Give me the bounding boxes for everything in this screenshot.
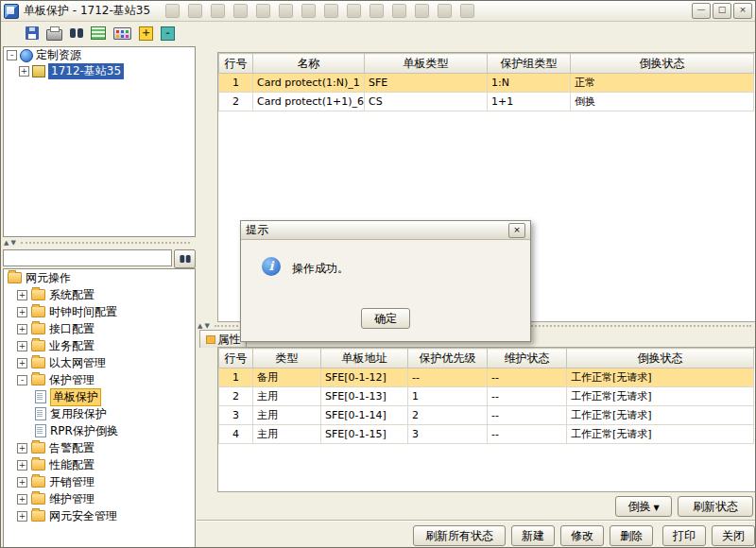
- expand-all-icon[interactable]: +: [139, 26, 153, 41]
- tree-item-rpr-protection[interactable]: RPR保护倒换: [4, 422, 195, 439]
- column-header[interactable]: 保护优先级: [408, 349, 488, 368]
- table-row[interactable]: 1 备用 SFE[0-1-12] -- -- 工作正常[无请求]: [219, 368, 754, 387]
- cell[interactable]: CS: [365, 93, 488, 111]
- search-input[interactable]: [3, 249, 172, 266]
- dialog-title-bar[interactable]: 提示 ×: [241, 221, 530, 240]
- column-header[interactable]: 行号: [219, 349, 253, 368]
- column-header[interactable]: 名称: [253, 54, 365, 74]
- cell[interactable]: 3: [408, 425, 488, 444]
- expand-expander-icon[interactable]: +: [17, 494, 27, 505]
- expand-expander-icon[interactable]: +: [17, 511, 27, 522]
- cell[interactable]: 4: [219, 425, 253, 444]
- column-header[interactable]: 单板类型: [365, 54, 488, 74]
- save-icon[interactable]: [26, 26, 39, 40]
- tree-item-protection-mgmt[interactable]: - 保护管理: [4, 371, 195, 388]
- splitter-down-icon[interactable]: ▼: [10, 239, 15, 247]
- expand-expander-icon[interactable]: +: [17, 324, 27, 334]
- cell[interactable]: 主用: [253, 387, 321, 406]
- cell[interactable]: 1: [219, 368, 253, 387]
- cell[interactable]: SFE[0-1-12]: [321, 368, 408, 387]
- tree-item-interface-config[interactable]: + 接口配置: [4, 320, 195, 337]
- cell[interactable]: 3: [219, 406, 253, 425]
- search-button[interactable]: [174, 249, 196, 268]
- column-header[interactable]: 保护组类型: [488, 54, 571, 74]
- tree-item-ne-1712[interactable]: + 1712-基站35: [4, 63, 195, 79]
- new-button[interactable]: 新建: [511, 525, 555, 546]
- cell[interactable]: 主用: [253, 406, 321, 425]
- collapse-expander-icon[interactable]: -: [7, 50, 17, 60]
- cell[interactable]: 工作正常[无请求]: [567, 387, 754, 406]
- table-row[interactable]: 3 主用 SFE[0-1-14] 2 -- 工作正常[无请求]: [219, 406, 754, 425]
- tree-item-ms-protection[interactable]: 复用段保护: [4, 405, 195, 422]
- cell[interactable]: SFE[0-1-13]: [321, 387, 408, 406]
- cell[interactable]: 工作正常[无请求]: [567, 425, 754, 444]
- refresh-status-button[interactable]: 刷新状态: [678, 496, 753, 517]
- column-header[interactable]: 维护状态: [488, 349, 567, 368]
- expand-expander-icon[interactable]: +: [17, 477, 27, 488]
- cell[interactable]: 工作正常[无请求]: [567, 368, 754, 387]
- cell[interactable]: SFE[0-1-15]: [321, 425, 408, 444]
- tree-item-service-config[interactable]: + 业务配置: [4, 337, 195, 354]
- tree-item-alarm-config[interactable]: + 告警配置: [4, 439, 195, 456]
- tree-item-ne-security-mgmt[interactable]: + 网元安全管理: [4, 507, 195, 524]
- table-row[interactable]: 2 主用 SFE[0-1-13] 1 -- 工作正常[无请求]: [219, 387, 754, 406]
- cell[interactable]: 备用: [253, 368, 321, 387]
- expand-expander-icon[interactable]: +: [17, 307, 27, 317]
- cell[interactable]: --: [488, 387, 567, 406]
- cell[interactable]: Card protect(1:N)_1: [253, 74, 365, 93]
- cell[interactable]: 1: [408, 387, 488, 406]
- expand-expander-icon[interactable]: +: [17, 290, 27, 300]
- expand-expander-icon[interactable]: +: [17, 443, 27, 454]
- tree-item-performance-config[interactable]: + 性能配置: [4, 456, 195, 473]
- minimize-button[interactable]: —: [692, 3, 711, 19]
- collapse-expander-icon[interactable]: -: [17, 375, 27, 385]
- column-header[interactable]: 单板地址: [321, 349, 408, 368]
- expand-expander-icon[interactable]: +: [17, 460, 27, 471]
- print-button[interactable]: 打印: [662, 525, 706, 546]
- refresh-all-button[interactable]: 刷新所有状态: [413, 525, 506, 546]
- tree-item-ethernet-mgmt[interactable]: + 以太网管理: [4, 354, 195, 371]
- splitter-up-icon[interactable]: ▲: [198, 322, 202, 330]
- cell[interactable]: --: [488, 368, 567, 387]
- cell[interactable]: 1:N: [488, 74, 571, 93]
- column-header[interactable]: 行号: [219, 54, 253, 74]
- cell[interactable]: 正常: [571, 74, 754, 93]
- expand-expander-icon[interactable]: +: [19, 66, 29, 77]
- cell[interactable]: SFE: [365, 74, 488, 93]
- cell[interactable]: 2: [219, 93, 253, 111]
- binoculars-icon[interactable]: [70, 28, 83, 38]
- splitter-up-icon[interactable]: ▲: [4, 239, 9, 247]
- window-close-button[interactable]: ×: [733, 3, 752, 19]
- cell[interactable]: --: [488, 425, 567, 444]
- table-row[interactable]: 2 Card protect(1+1)_68096 CS 1+1 倒换: [219, 93, 754, 111]
- cell[interactable]: 1: [219, 74, 253, 93]
- tree-item-ne-operations[interactable]: 网元操作: [4, 269, 195, 286]
- print-icon[interactable]: [46, 29, 62, 41]
- cell[interactable]: 1+1: [488, 93, 571, 111]
- left-splitter[interactable]: ▲ ▼: [3, 238, 194, 248]
- collapse-all-icon[interactable]: -: [161, 26, 175, 41]
- splitter-handle[interactable]: [21, 242, 190, 244]
- cell[interactable]: --: [488, 406, 567, 425]
- tree-item-custom-resources[interactable]: - 定制资源: [4, 47, 195, 63]
- cell[interactable]: 2: [408, 406, 488, 425]
- tree-item-maintenance-mgmt[interactable]: + 维护管理: [4, 490, 195, 507]
- column-header[interactable]: 倒换状态: [567, 349, 754, 368]
- close-button[interactable]: 关闭: [712, 525, 755, 546]
- cell[interactable]: SFE[0-1-14]: [321, 406, 408, 425]
- cell[interactable]: 倒换: [571, 93, 754, 111]
- maximize-button[interactable]: □: [713, 3, 731, 19]
- keyboard-icon[interactable]: [113, 27, 131, 40]
- ok-button[interactable]: 确定: [361, 308, 410, 329]
- cell[interactable]: 工作正常[无请求]: [567, 406, 754, 425]
- tree-item-clock-config[interactable]: + 时钟时间配置: [4, 303, 195, 320]
- delete-button[interactable]: 删除: [610, 525, 653, 546]
- switch-button[interactable]: 倒换▼: [615, 496, 672, 517]
- expand-expander-icon[interactable]: +: [17, 358, 27, 368]
- modify-button[interactable]: 修改: [560, 525, 604, 546]
- tree-item-system-config[interactable]: + 系统配置: [4, 286, 195, 303]
- cell[interactable]: 2: [219, 387, 253, 406]
- column-header[interactable]: 类型: [253, 349, 321, 368]
- tree-item-board-protection[interactable]: 单板保护: [4, 388, 195, 405]
- cell[interactable]: --: [408, 368, 488, 387]
